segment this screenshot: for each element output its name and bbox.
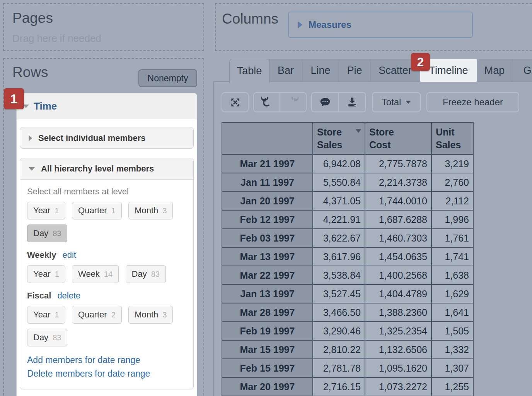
- data-cell[interactable]: 2,775.7878: [365, 154, 431, 173]
- level-button-year[interactable]: Year 1: [27, 202, 65, 219]
- select-individual-members-section[interactable]: Select individual members: [20, 127, 194, 149]
- tab-truncated[interactable]: G: [512, 59, 532, 82]
- column-header-store-sales[interactable]: Store Sales: [313, 122, 365, 154]
- data-cell[interactable]: 5,550.84: [313, 173, 365, 192]
- redo-button[interactable]: [280, 93, 306, 111]
- comment-export-group: [311, 92, 366, 112]
- tab-pie[interactable]: Pie: [339, 59, 370, 82]
- data-cell[interactable]: 1,073.2272: [365, 377, 431, 396]
- data-cell[interactable]: 3,538.84: [313, 266, 365, 285]
- level-button-quarter[interactable]: Quarter 1: [72, 202, 122, 219]
- row-label-cell[interactable]: Feb 12 1997: [222, 210, 313, 229]
- row-label-cell[interactable]: Feb 03 1997: [222, 229, 313, 247]
- row-label-cell[interactable]: Feb 19 1997: [222, 322, 313, 340]
- data-cell[interactable]: 3,290.46: [313, 322, 365, 340]
- data-cell[interactable]: 2,781.78: [313, 359, 365, 377]
- data-cell[interactable]: 1,454.0635: [365, 247, 431, 266]
- data-cell[interactable]: 2,716.15: [313, 377, 365, 396]
- row-label-cell[interactable]: Mar 20 1997: [222, 377, 313, 396]
- row-label-cell[interactable]: Mar 28 1997: [222, 303, 313, 322]
- sort-desc-icon[interactable]: [355, 129, 361, 133]
- column-header-store-cost[interactable]: Store Cost: [365, 122, 431, 154]
- delete-members-date-range-link[interactable]: Delete members for date range: [27, 367, 186, 381]
- data-cell[interactable]: 2,810.22: [313, 340, 365, 359]
- data-cell[interactable]: 1,400.2568: [365, 266, 431, 285]
- data-cell[interactable]: 6,942.08: [313, 154, 365, 173]
- level-button-fiscal-quarter[interactable]: Quarter 2: [72, 306, 122, 324]
- data-cell[interactable]: 4,221.91: [313, 210, 365, 229]
- level-button-fiscal-month[interactable]: Month 3: [128, 306, 173, 324]
- data-cell[interactable]: 3,219: [431, 154, 473, 173]
- data-cell[interactable]: 1,505: [431, 322, 473, 340]
- data-cell[interactable]: 1,388.2360: [365, 303, 431, 322]
- columns-title: Columns: [222, 11, 278, 27]
- data-cell[interactable]: 1,095.1620: [365, 359, 431, 377]
- level-button-weekly-year[interactable]: Year 1: [27, 265, 65, 283]
- expand-arrows-icon: [230, 97, 240, 108]
- tab-table[interactable]: Table: [229, 59, 269, 83]
- data-cell[interactable]: 3,617.96: [313, 247, 365, 266]
- all-hierarchy-section-header[interactable]: All hierarchy level members: [20, 158, 193, 180]
- weekly-edit-link[interactable]: edit: [62, 250, 76, 260]
- nonempty-toggle-button[interactable]: Nonempty: [138, 69, 197, 87]
- add-members-date-range-link[interactable]: Add members for date range: [27, 353, 186, 367]
- fiscal-levels-row-2: Day 83: [27, 329, 186, 346]
- comment-button[interactable]: [312, 93, 338, 111]
- level-button-month[interactable]: Month 3: [128, 202, 173, 219]
- data-cell[interactable]: 2,760: [431, 173, 473, 192]
- row-label-cell[interactable]: Mar 13 1997: [222, 247, 313, 266]
- undo-button[interactable]: [254, 93, 280, 111]
- row-label-cell[interactable]: Mar 22 1997: [222, 266, 313, 285]
- tab-map[interactable]: Map: [477, 59, 512, 82]
- data-cell[interactable]: 1,741: [431, 247, 473, 266]
- data-cell[interactable]: 1,460.7303: [365, 229, 431, 247]
- row-label-cell[interactable]: Feb 15 1997: [222, 359, 313, 377]
- export-button[interactable]: [338, 93, 365, 111]
- row-label-cell[interactable]: Jan 11 1997: [222, 173, 313, 192]
- fiscal-hierarchy-label: Fiscal: [27, 291, 51, 301]
- level-button-weekly-week[interactable]: Week 14: [72, 265, 119, 283]
- columns-dropzone[interactable]: Columns Measures: [215, 3, 532, 51]
- row-label-cell[interactable]: Mar 15 1997: [222, 340, 313, 359]
- fiscal-delete-link[interactable]: delete: [57, 291, 80, 301]
- data-cell[interactable]: 3,466.50: [313, 303, 365, 322]
- data-cell[interactable]: 1,332: [431, 340, 473, 359]
- data-cell[interactable]: 1,132.6506: [365, 340, 431, 359]
- level-button-day-selected[interactable]: Day 83: [27, 225, 67, 242]
- data-cell[interactable]: 1,629: [431, 285, 473, 303]
- data-cell[interactable]: 1,255: [431, 377, 473, 396]
- level-button-weekly-day[interactable]: Day 83: [126, 265, 166, 283]
- data-cell[interactable]: 1,404.4789: [365, 285, 431, 303]
- measures-chip[interactable]: Measures: [288, 12, 473, 38]
- row-label-cell[interactable]: Mar 21 1997: [222, 154, 313, 173]
- table-row: Mar 28 19973,466.501,388.23601,641: [222, 303, 473, 322]
- data-cell[interactable]: 1,638: [431, 266, 473, 285]
- data-cell[interactable]: 1,325.2354: [365, 322, 431, 340]
- row-label-cell[interactable]: Jan 20 1997: [222, 192, 313, 210]
- column-header-unit-sales[interactable]: Unit Sales: [431, 122, 473, 154]
- data-cell[interactable]: 2,214.3738: [365, 173, 431, 192]
- data-cell[interactable]: 1,641: [431, 303, 473, 322]
- data-cell[interactable]: 4,371.05: [313, 192, 365, 210]
- data-cell[interactable]: 1,761: [431, 229, 473, 247]
- freeze-header-button[interactable]: Freeze header: [426, 92, 519, 112]
- data-cell[interactable]: 1,996: [431, 210, 473, 229]
- swap-axes-button[interactable]: [222, 92, 249, 112]
- content-panel-left-border: [213, 81, 214, 396]
- data-cell[interactable]: 3,622.67: [313, 229, 365, 247]
- weekly-hierarchy-label: Weekly: [27, 250, 56, 260]
- tab-line[interactable]: Line: [302, 59, 339, 82]
- tab-bar[interactable]: Bar: [269, 59, 302, 82]
- total-dropdown-button[interactable]: Total: [372, 92, 421, 112]
- time-dimension-header[interactable]: Time: [17, 93, 197, 119]
- data-cell[interactable]: 3,527.45: [313, 285, 365, 303]
- pages-dropzone[interactable]: Pages Drag here if needed: [3, 3, 204, 51]
- data-cell[interactable]: 1,744.0010: [365, 192, 431, 210]
- data-cell[interactable]: 1,307: [431, 359, 473, 377]
- level-button-fiscal-year[interactable]: Year 1: [27, 306, 65, 324]
- rows-dropzone[interactable]: Rows Nonempty Time Select individual mem…: [3, 58, 204, 396]
- data-cell[interactable]: 2,112: [431, 192, 473, 210]
- row-label-cell[interactable]: Jan 13 1997: [222, 285, 313, 303]
- level-button-fiscal-day[interactable]: Day 83: [27, 329, 67, 346]
- data-cell[interactable]: 1,687.6288: [365, 210, 431, 229]
